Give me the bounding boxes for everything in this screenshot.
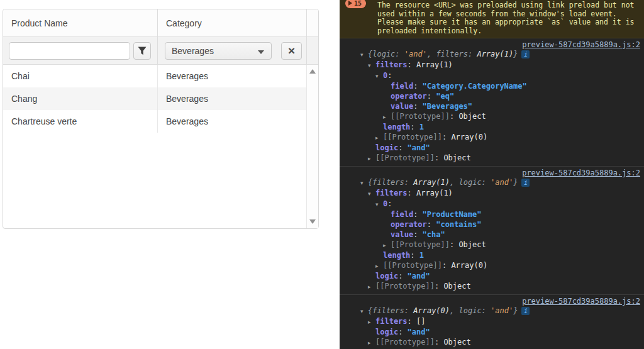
filter-scrollbar-gutter: [307, 37, 318, 64]
console-tree-line: field: "ProductName": [343, 209, 640, 219]
product-name-cell: Chai: [3, 65, 158, 87]
console-token: :: [398, 143, 407, 152]
console-tree-line: length: 1: [343, 122, 640, 132]
console-tree-line: ▸[[Prototype]]: Object: [343, 281, 640, 292]
console-token: [[Prototype]]: [383, 261, 442, 270]
console-tree-line: field: "Category.CategoryName": [343, 81, 640, 91]
category-filter-dropdown[interactable]: Beverages: [165, 42, 272, 60]
category-cell: Beverages: [158, 110, 307, 133]
console-token: length: [383, 123, 410, 131]
console-token: ,: [450, 306, 458, 315]
filter-funnel-button[interactable]: [133, 42, 151, 60]
console-warning[interactable]: 15 The resource <URL> was preloaded usin…: [340, 0, 644, 38]
console-token: operator: [391, 92, 427, 101]
category-cell: Beverages: [158, 87, 307, 110]
console-token: :: [408, 317, 416, 326]
expand-arrow-icon[interactable]: ▸: [368, 153, 375, 163]
table-row[interactable]: Chartreuse verte Beverages: [3, 110, 318, 133]
expand-arrow-icon[interactable]: ▸: [383, 240, 391, 250]
collapse-arrow-icon[interactable]: ▾: [368, 189, 375, 199]
console-token: :: [398, 328, 407, 336]
expand-arrow-icon[interactable]: ▸: [368, 317, 375, 327]
chevron-down-icon: [258, 50, 264, 54]
console-token: Array(1): [416, 189, 453, 197]
console-token: }: [513, 306, 518, 315]
console-token: Array(1): [477, 50, 513, 58]
info-icon[interactable]: i: [521, 50, 530, 58]
console-entry: preview-587cd39a5889a.js:2▾{filters: Arr…: [340, 295, 644, 349]
console-token: :: [413, 210, 422, 219]
expand-arrow-icon[interactable]: ▸: [375, 261, 383, 271]
console-token: ,: [450, 178, 458, 187]
vertical-scrollbar[interactable]: [306, 65, 318, 228]
scroll-down-icon[interactable]: [309, 219, 316, 224]
console-token: Array(1): [413, 178, 450, 187]
clear-filter-button[interactable]: ×: [281, 42, 302, 60]
scroll-up-icon[interactable]: [309, 69, 316, 74]
console-tree-line: ▸[[Prototype]]: Object: [343, 337, 640, 348]
console-entry: preview-587cd39a5889a.js:2▾{logic: 'and'…: [340, 38, 644, 167]
console-token: "cha": [423, 230, 445, 239]
console-token: Array(0): [451, 261, 487, 270]
console-tree-line: ▸[[Prototype]]: Object: [343, 153, 640, 163]
console-token: {logic:: [368, 50, 404, 58]
console-token: [[Prototype]]: [375, 153, 435, 162]
source-link[interactable]: preview-587cd39a5889a.js:2: [522, 297, 640, 306]
console-tree-line: logic: "and": [343, 143, 640, 153]
expand-arrow-icon[interactable]: ▸: [368, 338, 375, 348]
console-token: logic:: [459, 306, 491, 315]
collapse-arrow-icon[interactable]: ▾: [360, 306, 368, 316]
source-link[interactable]: preview-587cd39a5889a.js:2: [522, 169, 640, 177]
console-token: 1: [419, 251, 424, 260]
console-tree-line: length: 1: [343, 250, 640, 260]
console-token: :: [442, 133, 451, 141]
console-token: {filters:: [368, 306, 413, 315]
console-token: length: [383, 251, 410, 260]
console-tree-line: ▾0:: [343, 199, 640, 209]
expand-arrow-icon[interactable]: ▸: [368, 282, 375, 292]
console-token: field: [391, 82, 413, 91]
console-token: :: [427, 220, 436, 229]
console-token: Object: [443, 153, 470, 162]
console-token: logic: [375, 143, 398, 152]
collapse-arrow-icon[interactable]: ▾: [360, 50, 368, 60]
table-row[interactable]: Chai Beverages: [3, 65, 318, 87]
console-token: []: [416, 317, 425, 326]
info-icon[interactable]: i: [521, 179, 530, 187]
column-header-product-name[interactable]: Product Name: [3, 9, 158, 36]
console-token: :: [450, 240, 458, 249]
warning-count-badge[interactable]: 15: [345, 0, 366, 8]
devtools-console: 15 The resource <URL> was preloaded usin…: [340, 0, 644, 349]
console-token: :: [410, 251, 419, 260]
warning-count: 15: [354, 0, 362, 7]
source-link[interactable]: preview-587cd39a5889a.js:2: [522, 40, 640, 49]
funnel-icon: [138, 47, 147, 55]
console-token: :: [427, 92, 436, 101]
column-header-category[interactable]: Category: [158, 9, 307, 36]
console-token: Object: [443, 282, 470, 291]
console-token: filters:: [436, 50, 477, 58]
product-filter-input[interactable]: [9, 42, 130, 60]
console-token: Object: [458, 240, 486, 249]
console-tree-line: ▸filters: []: [343, 316, 640, 327]
collapse-arrow-icon[interactable]: ▾: [368, 60, 375, 70]
collapse-arrow-icon[interactable]: ▾: [375, 71, 383, 81]
console-token: ,: [427, 50, 436, 58]
collapse-arrow-icon[interactable]: ▾: [360, 178, 368, 188]
console-token: :: [410, 123, 419, 131]
console-token: :: [435, 153, 443, 162]
table-row[interactable]: Chang Beverages: [3, 87, 318, 110]
console-token: :: [413, 230, 422, 239]
collapse-arrow-icon[interactable]: ▾: [375, 199, 383, 209]
info-icon[interactable]: i: [521, 307, 530, 315]
expand-arrow-icon[interactable]: ▸: [375, 133, 383, 143]
console-token: :: [413, 82, 422, 91]
console-token: filters: [375, 60, 408, 69]
console-entries: preview-587cd39a5889a.js:2▾{logic: 'and'…: [340, 38, 644, 349]
console-token: logic: [375, 328, 398, 336]
console-token: "Beverages": [423, 102, 472, 111]
header-scrollbar-gutter: [307, 9, 318, 36]
console-token: "contains": [436, 220, 481, 229]
expand-arrow-icon[interactable]: ▸: [383, 112, 391, 122]
console-token: "and": [408, 272, 430, 280]
